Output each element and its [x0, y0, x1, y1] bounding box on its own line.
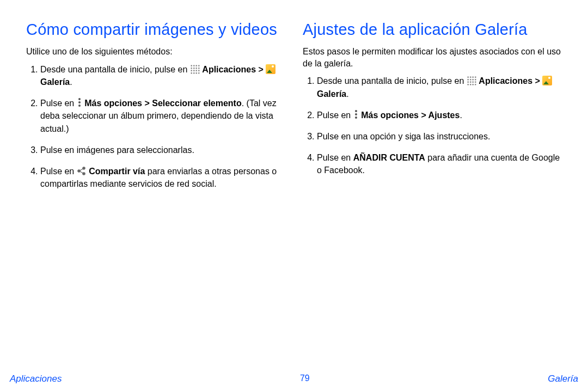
heading-settings: Ajustes de la aplicación Galería — [303, 20, 566, 39]
gallery-label: Galería — [317, 89, 346, 99]
steps-share: Desde una pantalla de inicio, pulse en A… — [26, 63, 290, 191]
svg-line-3 — [80, 169, 83, 170]
more-options-label: Más opciones > Seleccionar elemento — [82, 99, 242, 108]
step-tail: . — [460, 111, 462, 120]
gallery-label-text: Galería — [317, 89, 346, 99]
step-4: Pulse en AÑADIR CUENTA para añadir una c… — [317, 151, 566, 176]
gallery-icon — [542, 76, 552, 85]
svg-point-0 — [78, 170, 80, 172]
svg-line-4 — [80, 171, 83, 173]
page-number: 79 — [300, 373, 310, 384]
step-text: Pulse en — [40, 167, 74, 176]
share-label: Compartir vía — [87, 167, 145, 176]
left-column: Cómo compartir imágenes y videos Utilice… — [26, 20, 290, 359]
gallery-label: Galería — [40, 77, 70, 87]
share-icon — [77, 166, 87, 176]
steps-settings: Desde una pantalla de inicio, pulse en A… — [303, 75, 566, 176]
apps-grid-icon — [467, 76, 476, 85]
gt-sep: > — [256, 65, 266, 74]
footer-left: Aplicaciones — [10, 373, 62, 384]
apps-label: Aplicaciones — [202, 65, 256, 74]
gt-sep: > — [532, 76, 542, 85]
step-3: Pulse en imágenes para seleccionarlas. — [40, 144, 290, 156]
more-options-label: Más opciones > Ajustes — [359, 111, 460, 120]
intro-settings: Estos pasos le permiten modificar los aj… — [303, 46, 566, 69]
heading-share: Cómo compartir imágenes y videos — [26, 20, 290, 39]
step-1: Desde una pantalla de inicio, pulse en A… — [317, 75, 566, 100]
apps-grid-icon — [190, 64, 200, 74]
step-3: Pulse en una opción y siga las instrucci… — [317, 130, 566, 143]
manual-page: Cómo compartir imágenes y videos Utilice… — [0, 0, 588, 392]
step-text: Pulse en imágenes para seleccionarlas. — [40, 145, 194, 155]
period: . — [70, 77, 72, 87]
gallery-label-text: Galería — [40, 77, 70, 87]
step-tail: para enviarlas a otras personas o compar… — [40, 167, 277, 188]
more-options-icon — [353, 109, 359, 119]
period: . — [346, 89, 348, 99]
more-options-icon — [77, 97, 82, 107]
step-4: Pulse en Compartir vía para enviarlas a … — [40, 165, 290, 190]
step-text: Pulse en — [40, 99, 74, 108]
step-text: Pulse en — [317, 153, 353, 162]
step-1: Desde una pantalla de inicio, pulse en A… — [40, 63, 290, 88]
gallery-icon — [266, 64, 275, 74]
step-text: Desde una pantalla de inicio, pulse en — [317, 76, 464, 85]
page-footer: Aplicaciones 79 Galería — [0, 373, 588, 384]
step-text: Desde una pantalla de inicio, pulse en — [40, 65, 187, 74]
step-text: Pulse en — [317, 111, 351, 120]
add-account-label: AÑADIR CUENTA — [353, 153, 425, 162]
intro-share: Utilice uno de los siguientes métodos: — [26, 46, 290, 58]
footer-right: Galería — [548, 373, 578, 384]
step-2: Pulse en Más opciones > Seleccionar elem… — [40, 97, 290, 135]
step-2: Pulse en Más opciones > Ajustes. — [317, 109, 566, 121]
right-column: Ajustes de la aplicación Galería Estos p… — [303, 20, 566, 359]
step-text: Pulse en una opción y siga las instrucci… — [317, 132, 490, 141]
apps-label: Aplicaciones — [479, 76, 532, 85]
